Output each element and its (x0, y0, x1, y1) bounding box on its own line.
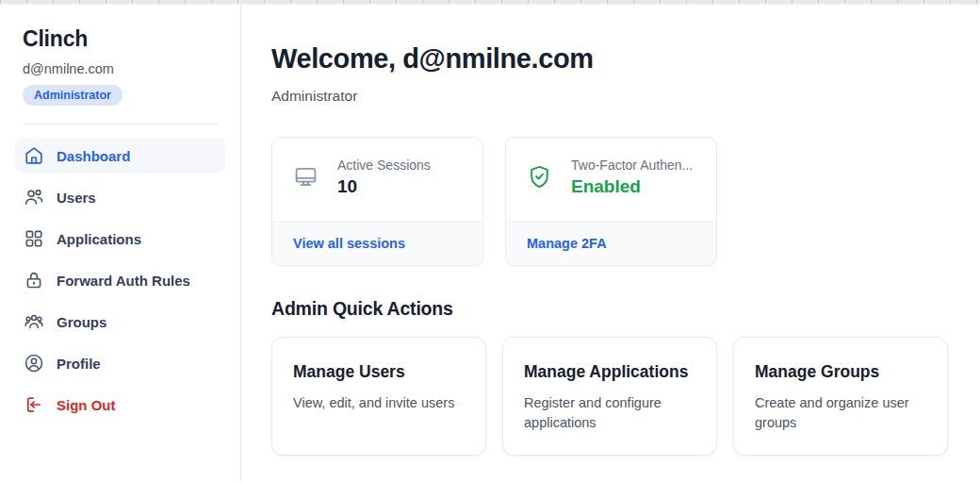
groups-icon (24, 311, 44, 332)
shield-check-icon (527, 164, 552, 190)
page-title: Welcome, d@nmilne.com (271, 43, 980, 75)
manage-applications-card[interactable]: Manage Applications Register and configu… (502, 337, 717, 456)
profile-icon (24, 353, 44, 374)
sidebar-item-label: Applications (57, 231, 141, 247)
sidebar-item-groups[interactable]: Groups (15, 304, 225, 340)
app-title: Clinch (15, 26, 225, 52)
sidebar-item-label: Forward Auth Rules (57, 273, 190, 289)
page-subtitle: Administrator (271, 88, 980, 105)
role-badge: Administrator (23, 85, 122, 106)
sidebar-divider (23, 124, 218, 125)
stat-label: Active Sessions (337, 158, 431, 173)
action-card-description: Create and organize user groups (755, 393, 926, 432)
sidebar-nav: Dashboard Users (15, 138, 225, 423)
stat-label: Two-Factor Authen... (571, 158, 693, 173)
active-sessions-card: Active Sessions 10 View all sessions (271, 137, 483, 266)
sidebar-item-label: Users (57, 190, 96, 206)
lock-icon (24, 270, 44, 291)
stat-card-footer: Manage 2FA (506, 222, 716, 265)
action-card-title: Manage Users (293, 362, 465, 382)
sidebar-item-label: Sign Out (57, 397, 116, 413)
stat-value: Enabled (571, 176, 693, 197)
user-email: d@nmilne.com (15, 61, 225, 76)
action-card-description: View, edit, and invite users (293, 393, 465, 413)
sidebar-item-forward-auth-rules[interactable]: Forward Auth Rules (15, 262, 225, 298)
action-card-description: Register and configure applications (524, 393, 695, 432)
stat-card-footer: View all sessions (272, 222, 482, 265)
users-icon (24, 187, 44, 208)
sidebar-item-applications[interactable]: Applications (15, 221, 225, 257)
view-all-sessions-link[interactable]: View all sessions (293, 236, 405, 251)
stat-card-body: Active Sessions 10 (272, 138, 482, 222)
main-content: Welcome, d@nmilne.com Administrator Acti… (241, 5, 980, 481)
stat-value: 10 (337, 176, 431, 197)
manage-groups-card[interactable]: Manage Groups Create and organize user g… (733, 337, 948, 456)
stat-card-body: Two-Factor Authen... Enabled (506, 138, 716, 222)
grid-icon (24, 228, 44, 249)
sign-out-icon (24, 394, 44, 415)
section-title-admin-quick-actions: Admin Quick Actions (271, 298, 980, 320)
action-card-title: Manage Applications (524, 362, 695, 382)
stat-text-block: Active Sessions 10 (337, 158, 431, 197)
sidebar-item-label: Profile (57, 356, 101, 372)
app-window: Clinch d@nmilne.com Administrator Dashbo… (0, 5, 980, 481)
stat-text-block: Two-Factor Authen... Enabled (571, 158, 693, 197)
manage-2fa-link[interactable]: Manage 2FA (527, 236, 607, 251)
two-factor-card: Two-Factor Authen... Enabled Manage 2FA (505, 137, 717, 266)
sidebar-item-dashboard[interactable]: Dashboard (15, 138, 225, 174)
sidebar-item-label: Groups (57, 314, 106, 330)
home-icon (24, 145, 44, 166)
action-card-title: Manage Groups (755, 362, 926, 382)
sidebar-item-profile[interactable]: Profile (15, 345, 225, 381)
action-cards-row: Manage Users View, edit, and invite user… (271, 337, 980, 456)
sidebar-item-sign-out[interactable]: Sign Out (15, 387, 225, 423)
sidebar-item-label: Dashboard (57, 148, 130, 164)
sidebar: Clinch d@nmilne.com Administrator Dashbo… (0, 5, 241, 481)
sidebar-item-users[interactable]: Users (15, 179, 225, 215)
monitor-icon (293, 164, 318, 190)
manage-users-card[interactable]: Manage Users View, edit, and invite user… (271, 337, 486, 456)
stat-cards-row: Active Sessions 10 View all sessions (271, 137, 980, 266)
